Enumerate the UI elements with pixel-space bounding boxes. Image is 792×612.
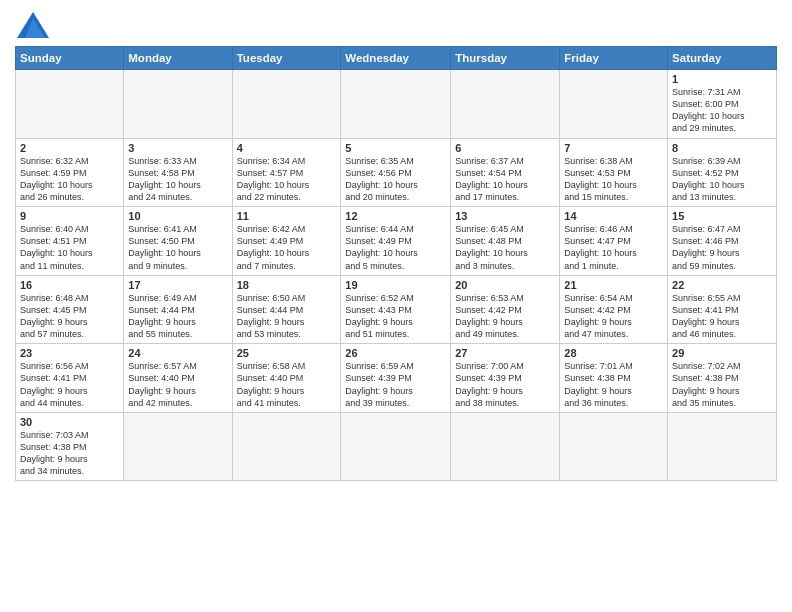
calendar-cell	[232, 412, 341, 481]
day-number: 5	[345, 142, 446, 154]
day-number: 23	[20, 347, 119, 359]
day-info: Sunrise: 6:42 AM Sunset: 4:49 PM Dayligh…	[237, 223, 337, 272]
day-number: 10	[128, 210, 227, 222]
day-number: 29	[672, 347, 772, 359]
day-number: 6	[455, 142, 555, 154]
day-number: 30	[20, 416, 119, 428]
day-info: Sunrise: 6:47 AM Sunset: 4:46 PM Dayligh…	[672, 223, 772, 272]
day-number: 17	[128, 279, 227, 291]
calendar-cell: 23Sunrise: 6:56 AM Sunset: 4:41 PM Dayli…	[16, 344, 124, 413]
calendar-cell	[560, 412, 668, 481]
calendar-cell: 27Sunrise: 7:00 AM Sunset: 4:39 PM Dayli…	[451, 344, 560, 413]
week-row-1: 2Sunrise: 6:32 AM Sunset: 4:59 PM Daylig…	[16, 138, 777, 207]
day-info: Sunrise: 6:54 AM Sunset: 4:42 PM Dayligh…	[564, 292, 663, 341]
day-number: 13	[455, 210, 555, 222]
calendar-cell	[124, 70, 232, 139]
day-info: Sunrise: 6:59 AM Sunset: 4:39 PM Dayligh…	[345, 360, 446, 409]
calendar-cell: 15Sunrise: 6:47 AM Sunset: 4:46 PM Dayli…	[668, 207, 777, 276]
weekday-header-tuesday: Tuesday	[232, 47, 341, 70]
day-info: Sunrise: 6:38 AM Sunset: 4:53 PM Dayligh…	[564, 155, 663, 204]
day-number: 24	[128, 347, 227, 359]
calendar-cell	[124, 412, 232, 481]
calendar-cell: 3Sunrise: 6:33 AM Sunset: 4:58 PM Daylig…	[124, 138, 232, 207]
calendar-cell	[451, 70, 560, 139]
calendar-cell: 2Sunrise: 6:32 AM Sunset: 4:59 PM Daylig…	[16, 138, 124, 207]
calendar-cell: 19Sunrise: 6:52 AM Sunset: 4:43 PM Dayli…	[341, 275, 451, 344]
weekday-header-row: SundayMondayTuesdayWednesdayThursdayFrid…	[16, 47, 777, 70]
day-info: Sunrise: 6:41 AM Sunset: 4:50 PM Dayligh…	[128, 223, 227, 272]
weekday-header-saturday: Saturday	[668, 47, 777, 70]
day-number: 19	[345, 279, 446, 291]
week-row-3: 16Sunrise: 6:48 AM Sunset: 4:45 PM Dayli…	[16, 275, 777, 344]
calendar-cell: 24Sunrise: 6:57 AM Sunset: 4:40 PM Dayli…	[124, 344, 232, 413]
weekday-header-wednesday: Wednesday	[341, 47, 451, 70]
logo	[15, 10, 55, 40]
day-info: Sunrise: 6:32 AM Sunset: 4:59 PM Dayligh…	[20, 155, 119, 204]
day-number: 28	[564, 347, 663, 359]
day-number: 27	[455, 347, 555, 359]
day-info: Sunrise: 6:46 AM Sunset: 4:47 PM Dayligh…	[564, 223, 663, 272]
day-info: Sunrise: 6:50 AM Sunset: 4:44 PM Dayligh…	[237, 292, 337, 341]
day-info: Sunrise: 7:03 AM Sunset: 4:38 PM Dayligh…	[20, 429, 119, 478]
day-info: Sunrise: 6:56 AM Sunset: 4:41 PM Dayligh…	[20, 360, 119, 409]
day-number: 15	[672, 210, 772, 222]
day-info: Sunrise: 6:52 AM Sunset: 4:43 PM Dayligh…	[345, 292, 446, 341]
day-number: 8	[672, 142, 772, 154]
calendar-cell: 10Sunrise: 6:41 AM Sunset: 4:50 PM Dayli…	[124, 207, 232, 276]
calendar-body: 1Sunrise: 7:31 AM Sunset: 6:00 PM Daylig…	[16, 70, 777, 481]
calendar-cell: 11Sunrise: 6:42 AM Sunset: 4:49 PM Dayli…	[232, 207, 341, 276]
day-info: Sunrise: 6:40 AM Sunset: 4:51 PM Dayligh…	[20, 223, 119, 272]
day-info: Sunrise: 6:53 AM Sunset: 4:42 PM Dayligh…	[455, 292, 555, 341]
day-info: Sunrise: 7:02 AM Sunset: 4:38 PM Dayligh…	[672, 360, 772, 409]
calendar-cell: 9Sunrise: 6:40 AM Sunset: 4:51 PM Daylig…	[16, 207, 124, 276]
day-info: Sunrise: 6:34 AM Sunset: 4:57 PM Dayligh…	[237, 155, 337, 204]
day-info: Sunrise: 6:55 AM Sunset: 4:41 PM Dayligh…	[672, 292, 772, 341]
week-row-5: 30Sunrise: 7:03 AM Sunset: 4:38 PM Dayli…	[16, 412, 777, 481]
calendar-cell: 18Sunrise: 6:50 AM Sunset: 4:44 PM Dayli…	[232, 275, 341, 344]
day-number: 26	[345, 347, 446, 359]
page: SundayMondayTuesdayWednesdayThursdayFrid…	[0, 0, 792, 612]
header	[15, 10, 777, 40]
weekday-header-sunday: Sunday	[16, 47, 124, 70]
day-info: Sunrise: 6:48 AM Sunset: 4:45 PM Dayligh…	[20, 292, 119, 341]
calendar-cell: 16Sunrise: 6:48 AM Sunset: 4:45 PM Dayli…	[16, 275, 124, 344]
day-info: Sunrise: 6:57 AM Sunset: 4:40 PM Dayligh…	[128, 360, 227, 409]
calendar-cell: 17Sunrise: 6:49 AM Sunset: 4:44 PM Dayli…	[124, 275, 232, 344]
calendar-cell: 12Sunrise: 6:44 AM Sunset: 4:49 PM Dayli…	[341, 207, 451, 276]
calendar-cell: 8Sunrise: 6:39 AM Sunset: 4:52 PM Daylig…	[668, 138, 777, 207]
weekday-header-monday: Monday	[124, 47, 232, 70]
calendar-cell: 5Sunrise: 6:35 AM Sunset: 4:56 PM Daylig…	[341, 138, 451, 207]
day-number: 4	[237, 142, 337, 154]
calendar-cell: 26Sunrise: 6:59 AM Sunset: 4:39 PM Dayli…	[341, 344, 451, 413]
calendar-cell: 28Sunrise: 7:01 AM Sunset: 4:38 PM Dayli…	[560, 344, 668, 413]
day-number: 7	[564, 142, 663, 154]
calendar-cell	[232, 70, 341, 139]
day-number: 3	[128, 142, 227, 154]
calendar-cell: 20Sunrise: 6:53 AM Sunset: 4:42 PM Dayli…	[451, 275, 560, 344]
day-number: 18	[237, 279, 337, 291]
day-info: Sunrise: 6:39 AM Sunset: 4:52 PM Dayligh…	[672, 155, 772, 204]
calendar-cell: 29Sunrise: 7:02 AM Sunset: 4:38 PM Dayli…	[668, 344, 777, 413]
weekday-header-thursday: Thursday	[451, 47, 560, 70]
day-info: Sunrise: 6:58 AM Sunset: 4:40 PM Dayligh…	[237, 360, 337, 409]
calendar-cell: 22Sunrise: 6:55 AM Sunset: 4:41 PM Dayli…	[668, 275, 777, 344]
calendar-cell: 6Sunrise: 6:37 AM Sunset: 4:54 PM Daylig…	[451, 138, 560, 207]
logo-icon	[15, 10, 51, 40]
calendar-cell: 1Sunrise: 7:31 AM Sunset: 6:00 PM Daylig…	[668, 70, 777, 139]
calendar: SundayMondayTuesdayWednesdayThursdayFrid…	[15, 46, 777, 481]
day-number: 9	[20, 210, 119, 222]
day-number: 21	[564, 279, 663, 291]
day-info: Sunrise: 6:37 AM Sunset: 4:54 PM Dayligh…	[455, 155, 555, 204]
calendar-cell: 14Sunrise: 6:46 AM Sunset: 4:47 PM Dayli…	[560, 207, 668, 276]
calendar-cell: 30Sunrise: 7:03 AM Sunset: 4:38 PM Dayli…	[16, 412, 124, 481]
weekday-header-friday: Friday	[560, 47, 668, 70]
calendar-cell: 13Sunrise: 6:45 AM Sunset: 4:48 PM Dayli…	[451, 207, 560, 276]
day-info: Sunrise: 7:31 AM Sunset: 6:00 PM Dayligh…	[672, 86, 772, 135]
calendar-cell: 25Sunrise: 6:58 AM Sunset: 4:40 PM Dayli…	[232, 344, 341, 413]
week-row-0: 1Sunrise: 7:31 AM Sunset: 6:00 PM Daylig…	[16, 70, 777, 139]
day-number: 11	[237, 210, 337, 222]
calendar-cell	[341, 70, 451, 139]
calendar-cell	[16, 70, 124, 139]
week-row-4: 23Sunrise: 6:56 AM Sunset: 4:41 PM Dayli…	[16, 344, 777, 413]
week-row-2: 9Sunrise: 6:40 AM Sunset: 4:51 PM Daylig…	[16, 207, 777, 276]
